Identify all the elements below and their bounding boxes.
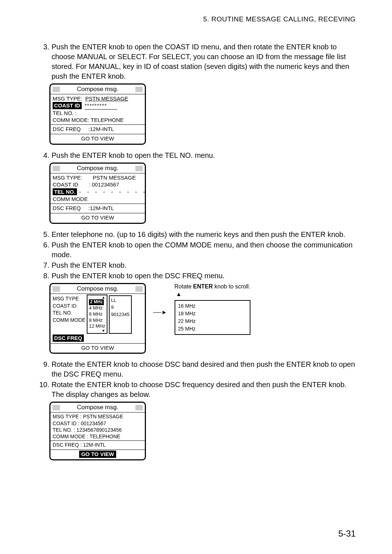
tel-no-input: - - - - - - - - - - - - - - xyxy=(78,189,146,195)
final-coast: COAST ID : 001234567 xyxy=(53,420,143,427)
freq-list-box: ▲ 2 MHz 4 MHz 6 MHz 8 MHz 12 MHz ▼ xyxy=(87,295,107,334)
step-8-text: Push the ENTER knob to open the DSC FREQ… xyxy=(52,271,356,281)
triangle-up-icon: ▲ xyxy=(176,291,250,298)
comm-mode-label: COMM MODE: xyxy=(53,117,89,123)
go-to-view: GO TO VIEW xyxy=(50,134,145,144)
step-4-num: 4. xyxy=(36,151,52,160)
step-9-num: 9. xyxy=(36,360,52,379)
section-header: 5. ROUTINE MESSAGE CALLING, RECEVING xyxy=(36,15,356,24)
step-9-text: Rotate the ENTER knob to choose DSC band… xyxy=(52,360,356,379)
hint-text-a: Rotate xyxy=(175,283,193,290)
final-dsc: DSC FREQ : 12M-INTL xyxy=(53,442,143,448)
coast-id-input: ********* xyxy=(85,102,117,110)
val-ll: LL xyxy=(111,297,130,304)
scroll-up-icon: ▲ xyxy=(89,296,105,299)
comm-mode-label: COMM MODE xyxy=(53,196,88,202)
hint-text-enter: ENTER xyxy=(193,283,213,290)
step-4: 4. Push the ENTER knob to open the TEL N… xyxy=(36,151,356,160)
val-partial: 9012345 xyxy=(111,311,130,318)
step-8: 8.Push the ENTER knob to open the DSC FR… xyxy=(36,271,356,281)
coast-id-selected: COAST ID xyxy=(53,102,82,109)
hatch-icon xyxy=(53,87,60,92)
tel-no-label: TEL NO. : xyxy=(53,110,77,116)
freq-6mhz: 6 MHz xyxy=(89,311,105,317)
freq-list-box-2: 16 MHz 18 MHz 22 MHz 25 MHz xyxy=(175,300,250,335)
hatch-icon xyxy=(135,286,143,291)
freq-8mhz: 8 MHz xyxy=(89,317,105,324)
step-10-num: 10. xyxy=(36,380,52,399)
dsc-freq-label: DSC FREQ xyxy=(53,126,81,132)
screen-coast-id: Compose msg. MSG TYPE: PSTN MESSAGE COAS… xyxy=(49,83,146,145)
go-to-view-selected: GO TO VIEW xyxy=(79,451,117,458)
dsc-freq-selected: DSC FREQ xyxy=(53,335,84,342)
hint-text-c: knob to scroll. xyxy=(213,283,250,290)
step-10: 10.Rotate the ENTER knob to choose DSC f… xyxy=(36,380,356,399)
comm-mode-value: TELEPHONE xyxy=(91,117,124,123)
step-6: 6.Push the ENTER knob to open the COMM M… xyxy=(36,240,356,260)
step-5-num: 5. xyxy=(36,230,52,239)
dsc-freq-label: DSC FREQ xyxy=(53,205,81,211)
screen-title: Compose msg. xyxy=(62,403,133,411)
freq-22mhz: 22 MHz xyxy=(178,317,247,325)
hatch-icon xyxy=(53,405,60,410)
coast-id-label: COAST ID xyxy=(53,303,85,310)
freq-2mhz-selected: 2 MHz xyxy=(89,299,104,305)
go-to-view: GO TO VIEW xyxy=(50,343,145,353)
final-tel: TEL NO. : 1234567890123456 xyxy=(53,427,143,433)
freq-16mhz: 16 MHz xyxy=(178,302,247,310)
final-msg-type: MSG TYPE : PSTN MESSAGE xyxy=(53,413,143,420)
dsc-freq-value: :12M-INTL xyxy=(88,126,114,132)
step-8-num: 8. xyxy=(36,271,52,281)
step-4-text: Push the ENTER knob to open the TEL NO. … xyxy=(52,151,356,160)
freq-18mhz: 18 MHz xyxy=(178,310,247,317)
hatch-icon xyxy=(135,87,143,92)
dsc-freq-value: :12M-INTL xyxy=(88,205,114,211)
scroll-down-icon: ▼ xyxy=(89,329,105,332)
freq-25mhz: 25 MHz xyxy=(178,325,247,333)
step-10-text: Rotate the ENTER knob to choose DSC freq… xyxy=(52,380,356,399)
values-box: LL 9 9012345 xyxy=(109,295,132,334)
scroll-hint: Rotate ENTER knob to scroll. ▲ 16 MHz 18… xyxy=(175,283,250,335)
step-5: 5.Enter telephone no. (up to 16 digits) … xyxy=(36,230,356,239)
page-number: 5-31 xyxy=(338,528,356,539)
freq-4mhz: 4 MHz xyxy=(89,305,105,311)
coast-id-value: : 001234567 xyxy=(89,181,119,188)
step-6-text: Push the ENTER knob to open the COMM MOD… xyxy=(52,240,356,260)
step-7-text: Push the ENTER knob. xyxy=(52,260,356,270)
go-to-view: GO TO VIEW xyxy=(50,213,145,223)
screen-title: Compose msg. xyxy=(62,164,133,172)
hatch-icon xyxy=(135,405,143,410)
screen-final: Compose msg. MSG TYPE : PSTN MESSAGE COA… xyxy=(49,402,146,460)
hatch-icon xyxy=(135,166,143,171)
screen-title: Compose msg. xyxy=(62,285,133,293)
step-3-text: Push the ENTER knob to open the COAST ID… xyxy=(52,42,356,81)
comm-mode-label: COMM MODE xyxy=(53,317,85,324)
coast-id-label: COAST ID xyxy=(53,181,78,188)
step-7-num: 7. xyxy=(36,260,52,270)
screen-tel-no: Compose msg. MSG TYPE: PSTN MESSAGE COAS… xyxy=(49,163,146,224)
arrow-right-icon: ──► xyxy=(153,308,167,316)
msg-type-value: PSTN MESSAGE xyxy=(85,95,128,102)
final-comm: COMM MODE : TELEPHONE xyxy=(53,433,143,440)
tel-no-selected: TEL NO. xyxy=(53,188,77,196)
step-3: 3. Push the ENTER knob to open the COAST… xyxy=(36,42,356,81)
step-7: 7.Push the ENTER knob. xyxy=(36,260,356,270)
msg-type-label: MSG TYPE: xyxy=(53,95,82,102)
tel-no-label: TEL NO. xyxy=(53,309,85,317)
screen-title: Compose msg. xyxy=(62,85,133,93)
hatch-icon xyxy=(53,286,60,291)
msg-type-value: PSTN MESSAGE xyxy=(93,175,136,181)
msg-type-label: MSG TYPE xyxy=(53,295,85,303)
msg-type-label: MSG TYPE: xyxy=(53,175,82,181)
step-3-num: 3. xyxy=(36,42,52,81)
screen-dsc-freq: Compose msg. MSG TYPE COAST ID TEL NO. C… xyxy=(49,283,146,354)
step-6-num: 6. xyxy=(36,240,52,260)
step-9: 9.Rotate the ENTER knob to choose DSC ba… xyxy=(36,360,356,379)
hatch-icon xyxy=(53,166,60,171)
step-5-text: Enter telephone no. (up to 16 digits) wi… xyxy=(52,230,356,239)
